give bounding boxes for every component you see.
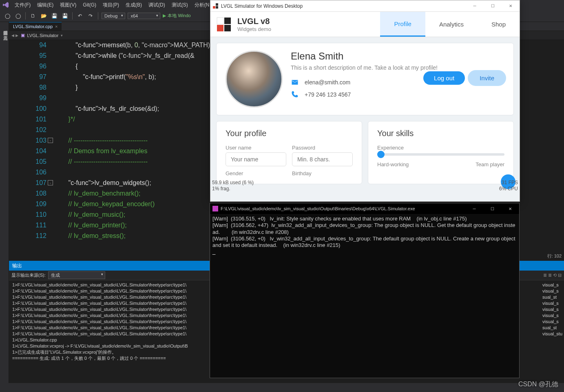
- password-input[interactable]: [292, 152, 353, 166]
- watermark: CSDN @孔德: [518, 380, 558, 389]
- open-icon[interactable]: 📂: [40, 12, 48, 20]
- console-title-text: F:\LVGL\visual_studio\demo\lv_sim_visual…: [221, 206, 415, 211]
- lvgl-titlebar[interactable]: LVGL Simulator for Windows Desktop ─ ☐ ✕: [210, 0, 520, 12]
- svg-rect-3: [217, 25, 223, 31]
- gender-label: Gender: [226, 170, 286, 176]
- svg-rect-4: [224, 18, 231, 24]
- lvgl-logo-icon: [216, 16, 233, 33]
- svg-rect-1: [216, 3, 218, 6]
- nav-fwd-icon[interactable]: ◯: [14, 12, 22, 20]
- statusbar: [0, 383, 564, 392]
- maximize-button[interactable]: ☐: [484, 0, 502, 12]
- brand: LVGL v8 Widgets demo: [210, 16, 271, 33]
- redo-icon[interactable]: ↷: [86, 12, 95, 20]
- svg-rect-0: [213, 6, 215, 9]
- minimize-button[interactable]: ─: [466, 0, 484, 12]
- menu-build[interactable]: 生成(B): [123, 1, 144, 9]
- menu-view[interactable]: 视图(V): [58, 1, 79, 9]
- avatar: [226, 51, 283, 108]
- profile-desc: This is a short description of me. Take …: [291, 64, 504, 71]
- vs-logo-icon: [2, 2, 9, 8]
- skills-title: Your skills: [377, 129, 504, 138]
- separator: [25, 12, 26, 20]
- brand-subtitle: Widgets demo: [237, 26, 271, 32]
- password-label: Password: [292, 145, 353, 151]
- logout-button[interactable]: Log out: [423, 71, 465, 85]
- nav-back-icon[interactable]: ◯: [3, 12, 11, 20]
- save-all-icon[interactable]: 💾: [61, 12, 69, 20]
- mail-icon: [291, 78, 299, 86]
- separator: [72, 12, 73, 20]
- output-right: visual_svisual_ssual_stvisual_svisual_sv…: [542, 282, 562, 337]
- menu-analyze[interactable]: 分析(N: [192, 1, 212, 9]
- svg-rect-5: [224, 25, 231, 31]
- menu-file[interactable]: 文件(F): [12, 1, 33, 9]
- svg-rect-2: [216, 6, 218, 9]
- username-input[interactable]: [226, 152, 286, 166]
- config-combo[interactable]: Debug: [102, 13, 125, 19]
- run-button[interactable]: 本地 Windo: [163, 13, 190, 19]
- contact-phone: +79 246 123 4567: [291, 90, 504, 99]
- profile-form-card: Your profile User name Password Gender: [216, 121, 362, 184]
- console-icon: [212, 206, 218, 211]
- output-source-combo[interactable]: 生成: [48, 271, 105, 279]
- console-window: F:\LVGL\visual_studio\demo\lv_sim_visual…: [210, 203, 520, 378]
- lvgl-app-icon: [213, 3, 219, 9]
- close-button[interactable]: ✕: [501, 203, 519, 214]
- undo-icon[interactable]: ↶: [76, 12, 84, 20]
- profile-name: Elena Smith: [291, 51, 504, 62]
- output-source-label: 显示输出来源(S):: [11, 272, 46, 278]
- profile-form-title: Your profile: [226, 129, 353, 138]
- svg-rect-6: [217, 18, 223, 24]
- tab-shop[interactable]: Shop: [478, 12, 520, 37]
- hud-perf: 31 FPS6% CPU: [498, 179, 520, 193]
- console-body[interactable]: [Warn] (3106.515, +0) lv_init: Style san…: [210, 214, 519, 257]
- save-icon[interactable]: 💾: [50, 12, 58, 20]
- hud-mem: 59.9 kB used (6 %)1% frag.: [210, 179, 255, 193]
- tab-profile[interactable]: Profile: [380, 12, 425, 37]
- experience-slider[interactable]: [377, 153, 504, 156]
- platform-combo[interactable]: x64: [128, 13, 160, 19]
- minimize-button[interactable]: ─: [465, 203, 483, 214]
- phone-icon: [291, 90, 299, 99]
- separator: [98, 12, 98, 20]
- console-titlebar[interactable]: F:\LVGL\visual_studio\demo\lv_sim_visual…: [210, 203, 519, 214]
- lvgl-simulator-window: LVGL Simulator for Windows Desktop ─ ☐ ✕…: [210, 0, 520, 202]
- side-rail[interactable]: 服务器资源管理器 工具箱: [0, 22, 9, 392]
- window-title: LVGL Simulator for Windows Desktop: [221, 3, 303, 9]
- close-button[interactable]: ✕: [502, 0, 520, 12]
- skills-card: Your skills Experience Hard-working Team…: [368, 121, 514, 184]
- hardworking-label: Hard-working: [377, 161, 409, 167]
- new-icon[interactable]: 🗋: [29, 12, 37, 20]
- username-label: User name: [226, 145, 286, 151]
- maximize-button[interactable]: ☐: [483, 203, 501, 214]
- caret-pos: 行: 102: [547, 253, 562, 259]
- menu-test[interactable]: 测试(S): [169, 1, 190, 9]
- menu-debug[interactable]: 调试(D): [146, 1, 168, 9]
- editor-tab[interactable]: LVGL.Simulator.cpp: [9, 22, 62, 31]
- lvgl-header: LVGL v8 Widgets demo Profile Analytics S…: [210, 12, 520, 37]
- teamplayer-label: Team player: [476, 161, 504, 167]
- experience-label: Experience: [377, 145, 504, 151]
- menu-git[interactable]: Git(G): [80, 1, 99, 9]
- tab-analytics[interactable]: Analytics: [425, 12, 478, 37]
- menu-edit[interactable]: 编辑(E): [35, 1, 56, 9]
- menu-project[interactable]: 项目(P): [100, 1, 122, 9]
- lvgl-app: LVGL v8 Widgets demo Profile Analytics S…: [210, 12, 520, 201]
- brand-title: LVGL v8: [237, 17, 271, 26]
- birthday-label: Birthday: [292, 170, 353, 176]
- invite-button[interactable]: Invite: [469, 71, 505, 85]
- tabs: Profile Analytics Shop: [380, 12, 520, 37]
